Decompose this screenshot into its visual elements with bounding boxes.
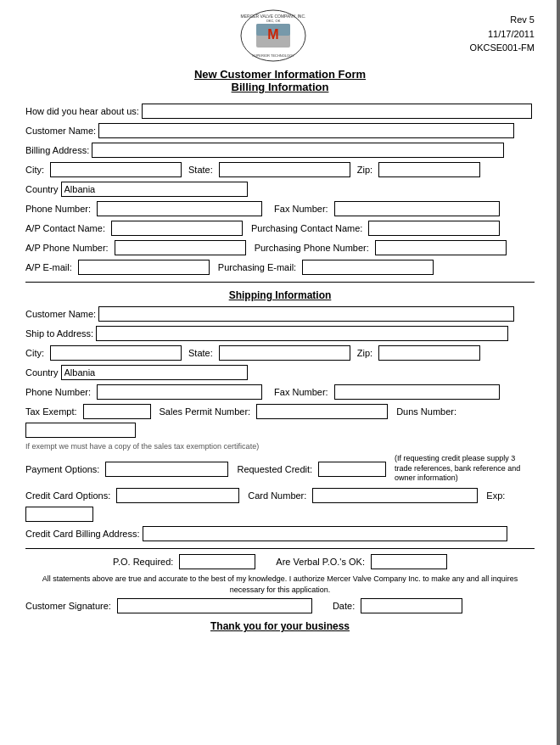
ap-contact-input[interactable]: [111, 221, 243, 236]
ship-city-label: City:: [25, 348, 44, 358]
purch-email-input[interactable]: [302, 260, 434, 275]
ap-contact-label: A/P Contact Name:: [25, 223, 105, 233]
billing-section-title: Billing Information: [25, 81, 535, 93]
billing-state-input[interactable]: [219, 162, 350, 177]
ship-state-input[interactable]: [219, 345, 350, 361]
hear-label: How did you hear about us:: [25, 106, 139, 116]
signature-input[interactable]: [117, 598, 312, 613]
tax-exempt-label: Tax Exempt:: [25, 406, 77, 417]
ship-addr-label: Ship to Address:: [25, 328, 93, 339]
svg-text:M: M: [267, 27, 278, 42]
shipping-section-title: Shipping Information: [25, 289, 535, 301]
sales-permit-input[interactable]: [256, 404, 388, 419]
ship-phone-input[interactable]: [97, 384, 262, 400]
ship-city-input[interactable]: [50, 345, 182, 361]
tax-note: If exempt we must have a copy of the sal…: [25, 442, 535, 451]
verbal-input[interactable]: [371, 554, 447, 569]
ship-phone-label: Phone Number:: [25, 387, 91, 397]
hear-input[interactable]: [142, 104, 532, 119]
ship-country-input[interactable]: [61, 365, 248, 380]
req-credit-label: Requested Credit:: [237, 464, 312, 474]
ship-custname-label: Customer Name:: [25, 309, 96, 319]
billing-phone-input[interactable]: [97, 201, 262, 216]
payment-input[interactable]: [105, 462, 228, 477]
sales-permit-label: Sales Permit Number:: [160, 406, 251, 417]
statement-text: All statements above are true and accura…: [25, 574, 535, 595]
state-label: State:: [188, 165, 213, 175]
tax-exempt-input[interactable]: [83, 404, 151, 419]
purch-contact-input[interactable]: [368, 221, 500, 236]
ship-fax-input[interactable]: [334, 384, 500, 400]
purch-contact-label: Purchasing Contact Name:: [251, 223, 362, 233]
sig-label: Customer Signature:: [25, 601, 111, 611]
ap-phone-label: A/P Phone Number:: [25, 243, 109, 253]
svg-text:SUPERIOR TECHNOLOGY: SUPERIOR TECHNOLOGY: [252, 53, 294, 58]
ap-email-input[interactable]: [78, 260, 210, 275]
cc-options-input[interactable]: [116, 488, 239, 503]
city-label: City:: [25, 165, 44, 175]
thank-you-text: Thank you for your business: [25, 620, 535, 632]
form-main-title: New Customer Information Form: [25, 68, 535, 81]
purch-phone-label: Purchasing Phone Number:: [255, 243, 369, 253]
billaddr-label: Billing Address:: [25, 145, 89, 155]
billing-custname-input[interactable]: [98, 123, 514, 138]
card-num-label: Card Number:: [248, 490, 306, 501]
custname-label: Customer Name:: [25, 126, 96, 136]
req-credit-input[interactable]: [318, 462, 386, 477]
ship-custname-input[interactable]: [98, 306, 514, 322]
billing-city-input[interactable]: [50, 162, 182, 177]
phone-label: Phone Number:: [25, 204, 91, 214]
date-input[interactable]: [361, 598, 462, 613]
purch-phone-input[interactable]: [375, 240, 507, 255]
date-label: Date:: [333, 601, 355, 611]
zip-label: Zip:: [357, 165, 372, 175]
ship-zip-input[interactable]: [378, 345, 480, 361]
ship-fax-label: Fax Number:: [274, 387, 328, 397]
po-input[interactable]: [179, 554, 255, 569]
ship-address-input[interactable]: [96, 326, 508, 341]
po-label: P.O. Required:: [113, 557, 173, 567]
duns-input[interactable]: [25, 423, 136, 438]
rev-info: Rev 5 11/17/2011 OKCSE001-FM: [470, 8, 535, 55]
billing-fax-input[interactable]: [334, 201, 500, 216]
duns-label: Duns Number:: [396, 406, 456, 417]
ap-phone-input[interactable]: [115, 240, 246, 255]
card-num-input[interactable]: [312, 488, 478, 503]
ccbill-input[interactable]: [143, 526, 507, 541]
purch-email-label: Purchasing E-mail:: [218, 262, 296, 272]
ship-state-label: State:: [188, 348, 213, 358]
payment-label: Payment Options:: [25, 464, 99, 474]
billing-address-input[interactable]: [92, 143, 504, 158]
exp-input[interactable]: [25, 507, 93, 522]
ap-email-label: A/P E-mail:: [25, 262, 72, 272]
credit-note: (If requesting credit please supply 3 tr…: [395, 454, 535, 484]
ship-zip-label: Zip:: [357, 348, 372, 358]
svg-text:OKC, OK: OKC, OK: [266, 19, 280, 23]
fax-label: Fax Number:: [274, 204, 328, 214]
country-label: Country: [25, 184, 59, 194]
verbal-label: Are Verbal P.O.'s OK:: [276, 557, 365, 567]
billing-country-input[interactable]: [61, 182, 248, 197]
ccbill-label: Credit Card Billing Address:: [25, 529, 140, 539]
exp-label: Exp:: [486, 490, 505, 501]
ship-country-label: Country: [25, 367, 59, 378]
billing-zip-input[interactable]: [378, 162, 480, 177]
cc-options-label: Credit Card Options:: [25, 490, 110, 501]
